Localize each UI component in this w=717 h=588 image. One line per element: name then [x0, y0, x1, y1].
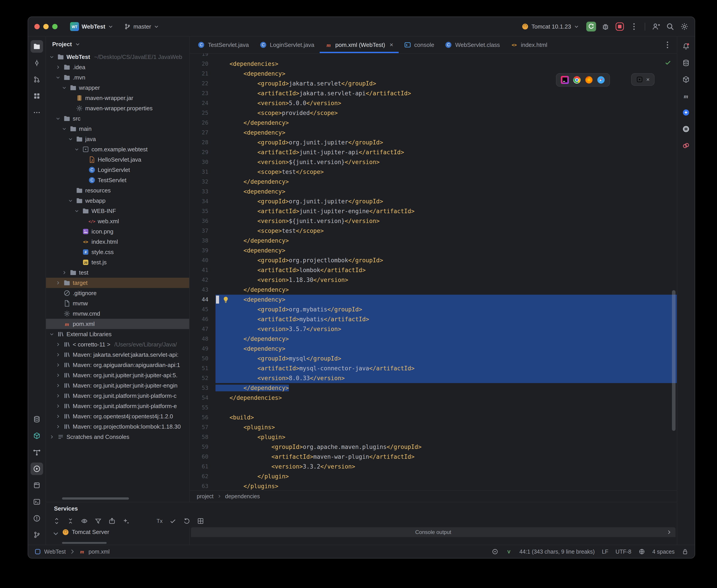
line-number[interactable]: 62: [190, 471, 208, 481]
profiler-button[interactable]: [680, 139, 692, 152]
tree-item[interactable]: target: [46, 278, 189, 288]
line-number[interactable]: 22: [190, 79, 208, 88]
code-line[interactable]: <dependency>: [216, 187, 677, 196]
code-line[interactable]: <groupId>mysql</groupId>: [216, 354, 677, 363]
tree-item[interactable]: Maven: org.junit.jupiter:junit-jupiter-a…: [46, 370, 189, 380]
code-line[interactable]: </dependencies>: [216, 393, 677, 403]
search-everywhere-button[interactable]: [665, 22, 675, 31]
tree-item[interactable]: Maven: jakarta.servlet:jakarta.servlet-a…: [46, 350, 189, 360]
line-number[interactable]: 61: [190, 462, 208, 471]
code-line[interactable]: <dependency>: [216, 295, 677, 304]
code-line[interactable]: <version>8.0.33</version>: [216, 373, 677, 383]
maven-button[interactable]: m: [680, 90, 692, 102]
line-number[interactable]: 24: [190, 98, 208, 108]
line-number[interactable]: 41: [190, 265, 208, 275]
code-line[interactable]: <version>${junit.version}</version>: [216, 216, 677, 226]
dependencies-button[interactable]: [30, 429, 43, 442]
line-number[interactable]: 55: [190, 403, 208, 413]
line-number[interactable]: 54: [190, 393, 208, 403]
status-module[interactable]: WebTest: [44, 548, 66, 555]
code-line[interactable]: <plugin>: [216, 432, 677, 442]
code-line[interactable]: </dependency>: [216, 177, 677, 187]
database-button[interactable]: [30, 413, 43, 425]
build-button[interactable]: [30, 479, 43, 491]
chevron-right-icon[interactable]: [55, 362, 61, 368]
code-line[interactable]: <artifactId>maven-war-plugin</artifactId…: [216, 452, 677, 462]
branch-widget[interactable]: master: [121, 21, 162, 32]
line-number[interactable]: 43: [190, 285, 208, 295]
layout-button[interactable]: [197, 518, 204, 525]
line-number[interactable]: 33: [190, 187, 208, 196]
line-number[interactable]: 37: [190, 226, 208, 236]
code-line[interactable]: </dependency>: [216, 118, 677, 128]
chevron-right-icon[interactable]: [666, 529, 672, 535]
code-line[interactable]: </plugin>: [216, 471, 677, 481]
code-line[interactable]: <dependencies>: [216, 59, 677, 69]
line-number[interactable]: 20: [190, 59, 208, 69]
tree-item[interactable]: mvnw: [46, 298, 189, 309]
tree-item[interactable]: resources: [46, 185, 189, 195]
code-line[interactable]: <build>: [216, 413, 677, 422]
tree-item[interactable]: maven-wrapper.properties: [46, 103, 189, 113]
chevron-right-icon[interactable]: [55, 414, 61, 419]
firefox-icon[interactable]: [585, 76, 593, 84]
tree-item[interactable]: JStest.js: [46, 257, 189, 268]
collapse-all-button[interactable]: [67, 518, 74, 525]
line-number[interactable]: 59: [190, 442, 208, 452]
line-number[interactable]: 51: [190, 363, 208, 373]
code-line[interactable]: </dependency>: [216, 285, 677, 295]
more-tools-button[interactable]: [30, 106, 43, 119]
intention-bulb-icon[interactable]: [222, 296, 229, 303]
tree-item[interactable]: .gitignore: [46, 288, 189, 298]
rerun-button[interactable]: [586, 22, 596, 31]
project-widget[interactable]: WT WebTest: [67, 20, 116, 33]
chatgpt-button[interactable]: [680, 123, 692, 135]
chevron-right-icon[interactable]: [55, 342, 61, 347]
code-line[interactable]: <groupId>org.junit.jupiter</groupId>: [216, 196, 677, 206]
chevron-down-icon[interactable]: [67, 136, 73, 142]
chevron-right-icon[interactable]: [55, 352, 61, 357]
tab-options-button[interactable]: [662, 40, 672, 50]
code-line[interactable]: </dependency>: [216, 383, 677, 393]
line-number[interactable]: 60: [190, 452, 208, 462]
line-number[interactable]: 39: [190, 246, 208, 255]
code-line[interactable]: <dependency>: [216, 246, 677, 255]
settings-button[interactable]: [679, 22, 689, 31]
tree-item[interactable]: Scratches and Consoles: [46, 432, 189, 442]
line-number[interactable]: 49: [190, 344, 208, 354]
line-number[interactable]: 58: [190, 432, 208, 442]
tree-item[interactable]: wrapper: [46, 83, 189, 93]
code-line[interactable]: <artifactId>mybatis</artifactId>: [216, 314, 677, 324]
tree-item[interactable]: CLoginServlet: [46, 165, 189, 175]
tree-item[interactable]: WEB-INF: [46, 206, 189, 216]
code-line[interactable]: <version>1.18.30</version>: [216, 275, 677, 285]
commit-button[interactable]: [30, 57, 43, 69]
rollback-button[interactable]: [183, 518, 190, 525]
line-number[interactable]: 35: [190, 206, 208, 216]
console-output-header[interactable]: Console output: [191, 527, 675, 537]
tree-item[interactable]: #style.css: [46, 247, 189, 257]
line-number[interactable]: 32: [190, 177, 208, 187]
tree-item[interactable]: CTestServlet: [46, 175, 189, 185]
line-number[interactable]: 30: [190, 157, 208, 167]
tree-item[interactable]: webapp: [46, 195, 189, 206]
tree-item[interactable]: main: [46, 124, 189, 134]
line-number[interactable]: 48: [190, 334, 208, 344]
project-hscrollbar[interactable]: [62, 497, 129, 500]
chevron-right-icon[interactable]: [61, 270, 67, 275]
chevron-down-icon[interactable]: [55, 75, 61, 80]
code-line[interactable]: <dependency>: [216, 128, 677, 138]
terminal-button[interactable]: [30, 496, 43, 508]
tree-item[interactable]: mpom.xml: [46, 319, 189, 329]
inspections-ok-icon[interactable]: [664, 59, 672, 66]
caret-position[interactable]: 44:1 (343 chars, 9 line breaks): [519, 548, 595, 555]
structure-button[interactable]: [30, 90, 43, 102]
file-encoding[interactable]: UTF-8: [615, 548, 631, 555]
safari-icon[interactable]: [597, 76, 605, 84]
line-number[interactable]: 38: [190, 236, 208, 246]
line-number[interactable]: 29: [190, 147, 208, 157]
editor-tab[interactable]: CTestServlet.java: [192, 37, 254, 53]
code-line[interactable]: [216, 403, 677, 413]
add-service-button[interactable]: [122, 518, 129, 525]
code-line[interactable]: <scope>test</scope>: [216, 226, 677, 236]
